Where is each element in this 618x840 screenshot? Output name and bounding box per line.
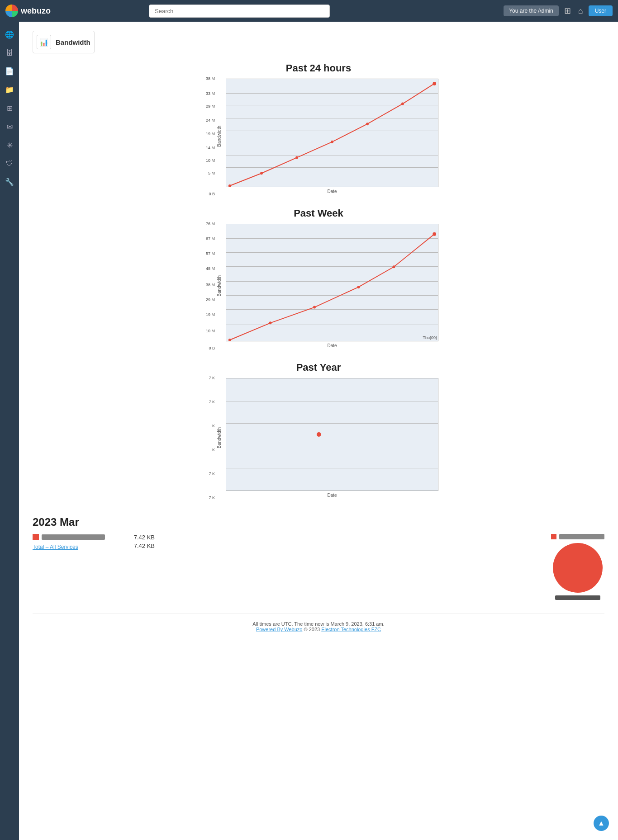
footer-links: Powered By Webuzo © 2023 Electron Techno… — [40, 627, 597, 632]
page-title: Bandwidth — [56, 38, 90, 46]
x-axis-label-2: Date — [226, 343, 438, 348]
svg-point-3 — [331, 141, 333, 143]
svg-point-5 — [401, 103, 404, 105]
svg-point-6 — [433, 82, 436, 85]
chart1-inner — [226, 79, 438, 187]
svg-point-4 — [366, 123, 369, 125]
main-content: 📊 Bandwidth Past 24 hours 38 M 33 M 29 M… — [19, 22, 618, 840]
svg-point-12 — [433, 232, 436, 236]
chart2-inner: Thu(09) — [226, 224, 438, 341]
footer-link-webuzo[interactable]: Powered By Webuzo — [256, 627, 303, 632]
pie-chart-circle — [553, 543, 603, 593]
svg-point-9 — [313, 306, 316, 309]
home-icon-button[interactable]: ⌂ — [576, 5, 585, 18]
stats-pie-area — [551, 534, 604, 600]
chart1-container: 38 M 33 M 29 M 24 M 19 M 14 M 10 M 5 M 0… — [199, 79, 438, 194]
pie-legend-bar — [559, 534, 604, 539]
sidebar-item-integrations[interactable]: ✳ — [2, 138, 17, 153]
stats-total-link[interactable]: Total – All Services — [33, 544, 105, 550]
sidebar-item-mail[interactable]: ✉ — [2, 119, 17, 134]
pie-legend-box — [551, 534, 556, 539]
svg-point-0 — [228, 184, 231, 187]
page-header: 📊 Bandwidth — [33, 31, 95, 53]
sidebar-item-shield[interactable]: 🛡 — [2, 156, 17, 171]
sidebar: 🌐 🗄 📄 📁 ⊞ ✉ ✳ 🛡 🔧 — [0, 22, 19, 840]
sidebar-item-database[interactable]: 🗄 — [2, 46, 17, 60]
bandwidth-icon: 📊 — [37, 35, 51, 49]
chart2-x-tick: Thu(09) — [423, 335, 437, 340]
chart3-container: 7 K 7 K K K 7 K 7 K Bandwidth — [199, 378, 438, 498]
admin-button[interactable]: You are the Admin — [504, 5, 559, 16]
chart1-title: Past 24 hours — [33, 62, 604, 74]
stats-values-col: 7.42 KB 7.42 KB — [119, 534, 155, 549]
svg-point-8 — [269, 321, 272, 324]
footer-link-electron[interactable]: Electron Technologies FZC — [321, 627, 381, 632]
search-input[interactable] — [149, 5, 330, 18]
chart-past-week: Past Week 76 M 67 M 57 M 48 M 38 M 29 M … — [33, 208, 604, 348]
chart3-line — [226, 378, 438, 491]
sidebar-item-folder[interactable]: 📁 — [2, 82, 17, 97]
chart2-area: Thu(09) Date — [226, 224, 438, 348]
nav-right: You are the Admin ⊞ ⌂ User — [504, 4, 613, 18]
scroll-top-button[interactable]: ▲ — [594, 816, 609, 831]
stats-left-col: Total – All Services — [33, 534, 105, 550]
chart2-title: Past Week — [33, 208, 604, 219]
stats-section: 2023 Mar Total – All Services 7.42 KB 7.… — [33, 511, 604, 604]
chart3-area: Date — [226, 378, 438, 498]
sidebar-item-apps[interactable]: ⊞ — [2, 101, 17, 116]
svg-point-2 — [295, 156, 298, 159]
search-box — [149, 5, 330, 18]
top-navigation: webuzo You are the Admin ⊞ ⌂ User — [0, 0, 618, 22]
y-axis-label-2: Bandwidth — [217, 275, 223, 297]
user-button[interactable]: User — [589, 5, 613, 16]
svg-point-11 — [393, 265, 395, 268]
chart2-line — [226, 224, 438, 341]
logo-icon — [5, 5, 18, 17]
y-axis-label-3: Bandwidth — [217, 427, 223, 448]
svg-point-13 — [317, 432, 321, 437]
stats-value-1: 7.42 KB — [119, 534, 155, 541]
logo-text: webuzo — [21, 6, 51, 16]
svg-point-7 — [228, 339, 231, 341]
sidebar-item-file[interactable]: 📄 — [2, 64, 17, 79]
stats-bar-row-1 — [33, 534, 105, 540]
stats-bar-1 — [42, 534, 105, 540]
x-axis-label-1: Date — [226, 189, 438, 194]
y-axis-label-1: Bandwidth — [217, 126, 223, 147]
chart-past-24h: Past 24 hours 38 M 33 M 29 M 24 M 19 M 1… — [33, 62, 604, 194]
stats-year: 2023 Mar — [33, 516, 604, 529]
chart3-title: Past Year — [33, 362, 604, 373]
chart1-area: Date — [226, 79, 438, 194]
svg-point-1 — [260, 172, 263, 175]
x-axis-label-3: Date — [226, 493, 438, 498]
wordpress-icon-button[interactable]: ⊞ — [562, 4, 573, 18]
pie-bottom-bar — [555, 595, 600, 600]
chart3-inner — [226, 378, 438, 491]
footer: All times are UTC. The time now is March… — [33, 613, 604, 639]
sidebar-item-tools[interactable]: 🔧 — [2, 175, 17, 189]
logo: webuzo — [5, 5, 60, 17]
footer-copy: © 2023 — [304, 627, 320, 632]
chart1-line — [226, 79, 438, 187]
footer-text: All times are UTC. The time now is March… — [40, 621, 597, 627]
stats-value-2: 7.42 KB — [119, 543, 155, 549]
chart-past-year: Past Year 7 K 7 K K K 7 K 7 K Bandwidth — [33, 362, 604, 498]
stats-color-box-1 — [33, 534, 39, 540]
chart2-container: 76 M 67 M 57 M 48 M 38 M 29 M 19 M 10 M … — [199, 224, 438, 348]
sidebar-item-globe[interactable]: 🌐 — [2, 27, 17, 42]
svg-point-10 — [357, 286, 360, 288]
